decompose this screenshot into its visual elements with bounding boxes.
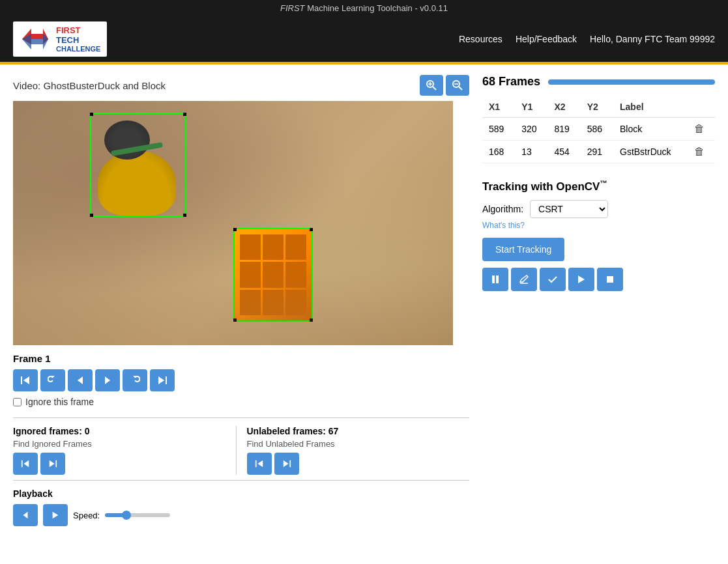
- last-frame-icon: [157, 375, 167, 386]
- logo-challenge: CHALLENGE: [56, 45, 100, 53]
- frames-header: 68 Frames: [482, 75, 715, 89]
- cell-label: GstBstrDuck: [613, 141, 688, 163]
- video-background: [13, 101, 453, 345]
- svg-marker-22: [257, 460, 263, 468]
- nav-user: Hello, Danny FTC Team 99992: [590, 34, 715, 44]
- cell-delete: 🗑: [688, 141, 715, 163]
- next-frame-icon: [102, 375, 113, 386]
- header: FIRST TECH CHALLENGE Resources Help/Feed…: [0, 16, 728, 64]
- svg-marker-16: [158, 376, 164, 384]
- check-icon: [547, 274, 558, 285]
- speed-label: Speed:: [73, 511, 100, 520]
- rewind-button[interactable]: [40, 369, 65, 391]
- zoom-buttons: [420, 75, 469, 96]
- cell-delete: 🗑: [688, 118, 715, 141]
- play-prev-icon: [21, 511, 30, 520]
- nav-resources[interactable]: Resources: [459, 34, 502, 44]
- tracking-edit-button[interactable]: [511, 268, 537, 291]
- app-title-banner: FIRST Machine Learning Toolchain - v0.0.…: [0, 0, 728, 16]
- first-ignored-icon: [21, 459, 30, 468]
- cell-label: Block: [613, 118, 688, 141]
- algorithm-select[interactable]: CSRTKCFMOSSEMedianFlowMILBOOSTINGTLD: [530, 200, 608, 218]
- frame-stats: Ignored frames: 0 Find Ignored Frames: [13, 417, 469, 475]
- labels-table: X1 Y1 X2 Y2 Label 589 320 819 586 Block …: [482, 96, 715, 163]
- tracking-section: Tracking with OpenCV™ Algorithm: CSRTKCF…: [482, 179, 715, 291]
- zoom-in-icon: [426, 79, 437, 91]
- zoom-out-icon: [452, 79, 463, 91]
- play-prev-button[interactable]: [13, 504, 38, 526]
- algo-label: Algorithm:: [482, 204, 523, 214]
- rewind-icon: [48, 375, 58, 386]
- col-x1: X1: [482, 96, 515, 118]
- playback-controls: Speed:: [13, 504, 469, 526]
- col-y2: Y2: [581, 96, 613, 118]
- progress-bar: [548, 79, 715, 85]
- bbox-duck: [90, 113, 186, 217]
- rotate-icon: [130, 375, 140, 386]
- svg-marker-30: [578, 275, 585, 283]
- frames-count: 68 Frames: [482, 75, 540, 89]
- speed-slider[interactable]: [105, 513, 170, 517]
- video-frame: [13, 101, 453, 345]
- next-unlabeled-button[interactable]: [274, 453, 299, 475]
- table-header: X1 Y1 X2 Y2 Label: [482, 96, 715, 118]
- first-ignored-button[interactable]: [13, 453, 38, 475]
- left-panel: Video: GhostBusterDuck and Block: [13, 75, 469, 526]
- rotate-button[interactable]: [123, 369, 147, 391]
- ignored-count: Ignored frames: 0: [13, 426, 236, 436]
- col-actions: [688, 96, 715, 118]
- cell-x2: 454: [548, 141, 581, 163]
- first-unlabeled-button[interactable]: [247, 453, 272, 475]
- start-tracking-button[interactable]: Start Tracking: [482, 238, 564, 261]
- tracking-stop-button[interactable]: [597, 268, 623, 291]
- next-ignored-icon: [48, 459, 57, 468]
- corner-tl-block: [233, 228, 237, 231]
- svg-line-7: [459, 87, 462, 90]
- zoom-in-button[interactable]: [420, 75, 443, 96]
- playback-label: Playback: [13, 488, 469, 499]
- duck-visual: [91, 114, 185, 216]
- labels-tbody: 589 320 819 586 Block 🗑 168 13 454 291 G…: [482, 118, 715, 163]
- stop-icon: [605, 274, 615, 285]
- block-cell: [263, 234, 284, 260]
- pause-icon: [490, 274, 501, 285]
- unlabeled-frames-col: Unlabeled frames: 67 Find Unlabeled Fram…: [236, 426, 470, 475]
- app-title-first: FIRST: [280, 3, 305, 13]
- delete-row-button[interactable]: 🗑: [694, 123, 705, 135]
- logo-text: FIRST TECH CHALLENGE: [56, 25, 100, 53]
- next-unlabeled-icon: [282, 459, 291, 468]
- nav-help[interactable]: Help/Feedback: [516, 34, 577, 44]
- svg-marker-13: [105, 376, 110, 384]
- col-y1: Y1: [515, 96, 547, 118]
- delete-row-button[interactable]: 🗑: [694, 146, 705, 158]
- frame-section: Frame 1: [13, 353, 469, 526]
- play-button[interactable]: [43, 504, 68, 526]
- algo-row: Algorithm: CSRTKCFMOSSEMedianFlowMILBOOS…: [482, 200, 715, 218]
- first-frame-icon: [20, 375, 31, 386]
- cell-x2: 819: [548, 118, 581, 141]
- tracking-check-button[interactable]: [540, 268, 566, 291]
- playback-section: Playback Speed:: [13, 480, 469, 526]
- svg-rect-28: [496, 275, 499, 283]
- zoom-out-button[interactable]: [446, 75, 469, 96]
- prev-frame-button[interactable]: [68, 369, 93, 391]
- first-frame-button[interactable]: [13, 369, 38, 391]
- first-logo-icon: [20, 26, 51, 52]
- ignore-frame-checkbox[interactable]: [13, 398, 22, 406]
- tracking-play-button[interactable]: [568, 268, 594, 291]
- ignore-frame-row: Ignore this frame: [13, 397, 469, 407]
- tracking-action-buttons: [482, 268, 715, 291]
- next-ignored-button[interactable]: [40, 453, 65, 475]
- tracking-title: Tracking with OpenCV™: [482, 179, 715, 193]
- first-unlabeled-icon: [255, 459, 264, 468]
- whats-this-link[interactable]: What's this?: [482, 221, 715, 230]
- next-frame-button[interactable]: [95, 369, 120, 391]
- unlabeled-nav-buttons: [247, 453, 470, 475]
- svg-marker-18: [23, 460, 29, 468]
- table-row: 168 13 454 291 GstBstrDuck 🗑: [482, 141, 715, 163]
- svg-marker-10: [23, 376, 29, 384]
- tracking-pause-button[interactable]: [482, 268, 508, 291]
- frame-label: Frame 1: [13, 353, 469, 364]
- block-cell: [240, 234, 261, 260]
- last-frame-button[interactable]: [150, 369, 175, 391]
